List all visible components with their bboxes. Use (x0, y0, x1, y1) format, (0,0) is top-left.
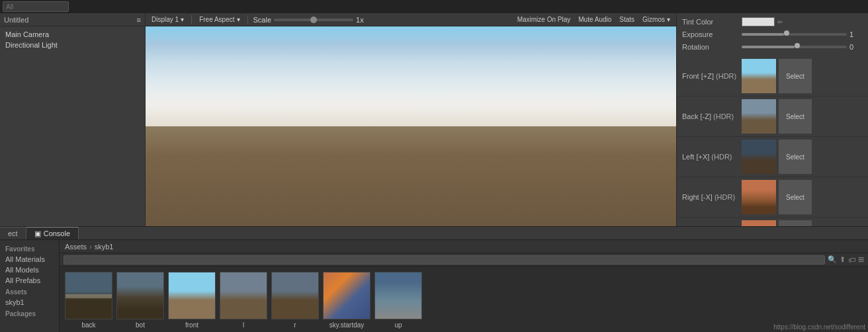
ground-plane (146, 126, 676, 226)
scale-bar-container: Scale 1x (253, 16, 511, 24)
tab-select-label: ect (8, 229, 18, 237)
asset-item-back[interactable]: back (65, 272, 112, 329)
scale-track[interactable] (274, 19, 353, 21)
cubemap-face-thumb-2 (742, 140, 776, 174)
hierarchy-items: Main Camera Directional Light (0, 26, 145, 53)
grid-view-icon[interactable]: ⊞ (858, 255, 864, 264)
all-materials-item[interactable]: All Materials (0, 254, 59, 265)
display-chevron: ▾ (181, 16, 184, 23)
toolbar-mute[interactable]: Mute Audio (576, 16, 613, 23)
maximize-label: Maximize On Play (517, 16, 571, 23)
cubemap-select-btn-1[interactable]: Select (779, 99, 812, 134)
rotation-slider-fill (742, 46, 795, 48)
toolbar-maximize[interactable]: Maximize On Play (515, 16, 573, 23)
exposure-slider[interactable] (742, 33, 847, 36)
hierarchy-item-main-camera[interactable]: Main Camera (0, 29, 145, 40)
cubemap-face-thumb-3 (742, 180, 776, 214)
cubemap-face-label-2: Left [+X] (HDR) (682, 153, 742, 161)
main-layout: Untitled ≡ Main Camera Directional Light… (0, 13, 868, 226)
cubemap-face-label-1: Back [-Z] (HDR) (682, 112, 742, 120)
asset-label-sky.startday: sky.startday (329, 321, 365, 329)
asset-item-up[interactable]: up (374, 272, 422, 329)
rotation-label: Rotation (682, 43, 742, 51)
breadcrumb-root[interactable]: Assets (65, 243, 87, 251)
skyb1-item[interactable]: skyb1 (0, 297, 59, 308)
asset-label-up: up (394, 321, 402, 329)
tab-console-label: Console (44, 229, 70, 237)
tint-color-label: Tint Color (682, 18, 742, 26)
cubemap-face-thumb-4 (742, 220, 776, 226)
hierarchy-menu-icon[interactable]: ≡ (137, 16, 141, 24)
assets-category: Assets (0, 286, 59, 297)
asset-thumb-sky.startday (323, 272, 370, 319)
asset-item-bot[interactable]: bot (116, 272, 164, 329)
toolbar-display[interactable]: Display 1 ▾ (150, 16, 186, 23)
bottom-tabs: ect ▣ Console (0, 227, 868, 240)
asset-thumb-r (271, 272, 319, 319)
bookmark-icon[interactable]: 🏷 (848, 256, 855, 264)
exposure-value-text: 1 (849, 30, 863, 38)
assets-breadcrumb: Assets › skyb1 (60, 240, 868, 253)
asset-label-r: r (294, 321, 296, 329)
breadcrumb-sep: › (89, 243, 92, 251)
cubemap-select-btn-2[interactable]: Select (779, 140, 812, 174)
all-models-item[interactable]: All Models (0, 265, 59, 275)
asset-thumb-bot (116, 272, 164, 319)
assets-grid-area: Assets › skyb1 🔍 ⬆ 🏷 ⊞ back bot front (60, 240, 868, 332)
asset-item-r[interactable]: r (271, 272, 319, 329)
hierarchy-item-directional-light[interactable]: Directional Light (0, 40, 145, 50)
cubemap-select-btn-0[interactable]: Select (779, 59, 812, 93)
rotation-slider-thumb (795, 43, 800, 48)
assets-search-row: 🔍 ⬆ 🏷 ⊞ (60, 253, 868, 267)
scale-thumb (310, 17, 317, 23)
exposure-slider-thumb (784, 30, 789, 36)
tint-color-swatch[interactable] (742, 17, 775, 26)
asset-label-front: front (185, 321, 198, 329)
favorites-category: Favorites (0, 243, 59, 254)
game-viewport (146, 26, 676, 226)
assets-search-icon[interactable]: 🔍 (828, 255, 837, 264)
cubemap-faces: Front [+Z] (HDR) Select Back [-Z] (HDR) … (677, 56, 868, 226)
rotation-slider[interactable] (742, 46, 847, 48)
tint-color-value: ✏ (742, 17, 863, 26)
hierarchy-header: Untitled ≡ (0, 13, 145, 26)
asset-thumb-l (220, 272, 267, 319)
stats-label: Stats (619, 16, 634, 23)
tint-color-row: Tint Color ✏ (682, 16, 863, 28)
bottom-right-icons: ⬆ 🏷 ⊞ (840, 255, 864, 264)
upload-icon[interactable]: ⬆ (840, 255, 846, 264)
global-search-input[interactable] (3, 1, 69, 12)
rotation-value-text: 0 (849, 43, 863, 51)
assets-sidebar: Favorites All Materials All Models All P… (0, 240, 60, 332)
cubemap-face-label-3: Right [-X] (HDR) (682, 193, 742, 201)
asset-label-l: l (243, 321, 244, 329)
cubemap-select-btn-4[interactable]: Select (779, 220, 812, 226)
scale-label: Scale (253, 16, 272, 24)
assets-search-input[interactable] (64, 255, 825, 265)
assets-grid: back bot front l r sky.startday up (60, 267, 868, 332)
hierarchy-item-label: Directional Light (5, 41, 58, 49)
breadcrumb-child[interactable]: skyb1 (95, 243, 114, 251)
rotation-row: Rotation 0 (682, 41, 863, 53)
all-prefabs-item[interactable]: All Prefabs (0, 275, 59, 286)
console-icon: ▣ (34, 229, 41, 238)
toolbar-sep-1 (191, 15, 192, 24)
cubemap-face-row-1: Back [-Z] (HDR) Select (677, 97, 868, 137)
display-label: Display 1 (152, 16, 179, 23)
hierarchy-item-label: Main Camera (5, 30, 49, 38)
tab-console[interactable]: ▣ Console (26, 227, 79, 239)
tint-color-edit-icon[interactable]: ✏ (777, 19, 783, 26)
gizmos-label: Gizmos (642, 16, 665, 23)
exposure-value: 1 (742, 30, 863, 38)
toolbar-stats[interactable]: Stats (617, 16, 636, 23)
asset-item-front[interactable]: front (168, 272, 216, 329)
cubemap-select-btn-3[interactable]: Select (779, 180, 812, 214)
tab-select[interactable]: ect (0, 227, 26, 239)
exposure-slider-fill (742, 33, 784, 36)
toolbar-gizmos[interactable]: Gizmos ▾ (640, 16, 672, 23)
hierarchy-title: Untitled (4, 16, 28, 24)
asset-item-l[interactable]: l (220, 272, 267, 329)
toolbar-aspect[interactable]: Free Aspect ▾ (197, 16, 241, 23)
cubemap-face-thumb-1 (742, 99, 776, 134)
asset-item-sky.startday[interactable]: sky.startday (323, 272, 370, 329)
